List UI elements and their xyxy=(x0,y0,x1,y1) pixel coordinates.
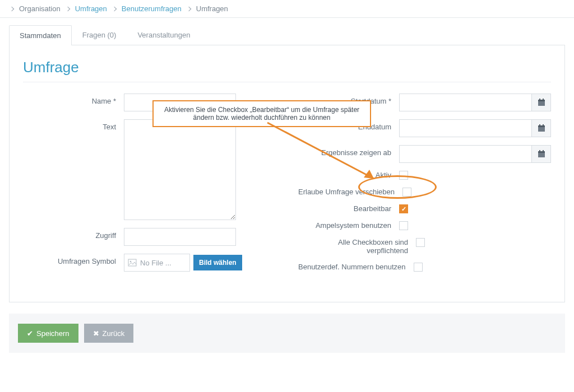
active-label: Aktiv xyxy=(298,171,399,179)
svg-rect-9 xyxy=(538,125,545,127)
breadcrumb-item-current: Umfragen xyxy=(196,4,228,13)
calendar-button[interactable] xyxy=(532,94,551,111)
tab-stammdaten[interactable]: Stammdaten xyxy=(9,25,72,45)
access-label: Zugriff xyxy=(23,228,124,240)
user-numbers-checkbox[interactable] xyxy=(414,263,423,272)
svg-rect-15 xyxy=(543,150,544,152)
user-numbers-label: Benutzerdef. Nummern benutzen xyxy=(298,263,414,271)
svg-rect-6 xyxy=(539,99,540,100)
breadcrumb-item[interactable]: Organisation xyxy=(19,4,61,13)
tab-fragen[interactable]: Fragen (0) xyxy=(72,25,127,45)
chevron-right-icon xyxy=(187,6,191,11)
divider xyxy=(23,82,551,82)
action-bar: ✔ Speichern ✖ Zurück xyxy=(9,314,565,353)
calendar-button[interactable] xyxy=(532,145,551,163)
all-required-label: Alle Checkboxen sind verpflichtend xyxy=(298,238,416,255)
editable-checkbox[interactable]: ✓ xyxy=(399,204,408,213)
page-title: Umfrage xyxy=(23,59,551,76)
file-display: No File ... xyxy=(124,254,190,272)
form-panel: Umfrage Aktivieren Sie die Checkbox „Bea… xyxy=(9,45,565,302)
symbol-label: Umfragen Symbol xyxy=(23,254,124,265)
calendar-button[interactable] xyxy=(532,119,551,137)
text-textarea[interactable] xyxy=(124,119,236,220)
startdate-input[interactable] xyxy=(399,94,532,111)
traffic-checkbox[interactable] xyxy=(399,221,408,230)
svg-rect-14 xyxy=(539,150,540,152)
tabs: Stammdaten Fragen (0) Veranstaltungen xyxy=(9,25,565,45)
movable-label: Erlaube Umfrage verschieben xyxy=(298,188,402,196)
choose-image-button[interactable]: Bild wählen xyxy=(193,255,242,270)
chevron-right-icon xyxy=(10,6,14,11)
file-placeholder: No File ... xyxy=(140,259,172,267)
svg-point-3 xyxy=(130,261,132,263)
active-checkbox[interactable] xyxy=(399,171,408,180)
breadcrumb-item[interactable]: Benutzerumfragen xyxy=(122,4,182,13)
back-button-label: Zurück xyxy=(103,329,125,338)
calendar-icon xyxy=(538,124,545,132)
close-icon: ✖ xyxy=(93,329,99,338)
calendar-icon xyxy=(538,150,545,158)
traffic-label: Ampelsystem benutzen xyxy=(298,221,399,230)
svg-rect-10 xyxy=(539,124,540,126)
editable-label: Bearbeitbar xyxy=(298,204,399,213)
save-button-label: Speichern xyxy=(36,329,70,338)
chevron-right-icon xyxy=(65,6,70,11)
annotation-callout: Aktivieren Sie die Checkbox „Bearbeitbar… xyxy=(152,100,371,127)
show-from-input[interactable] xyxy=(399,145,532,163)
name-label: Name * xyxy=(23,94,124,105)
show-from-label: Ergebnisse zeigen ab xyxy=(298,145,399,157)
check-icon: ✔ xyxy=(27,329,33,338)
save-button[interactable]: ✔ Speichern xyxy=(18,324,78,343)
movable-checkbox[interactable] xyxy=(402,188,411,197)
access-input[interactable] xyxy=(124,228,236,246)
all-required-checkbox[interactable] xyxy=(416,238,425,247)
back-button[interactable]: ✖ Zurück xyxy=(84,324,134,343)
svg-rect-5 xyxy=(538,100,545,101)
tab-veranstaltungen[interactable]: Veranstaltungen xyxy=(127,25,201,45)
calendar-icon xyxy=(538,99,545,106)
breadcrumb: Organisation Umfragen Benutzerumfragen U… xyxy=(0,0,574,18)
chevron-right-icon xyxy=(112,6,117,11)
svg-rect-13 xyxy=(538,151,545,153)
text-label: Text xyxy=(23,119,124,131)
image-icon xyxy=(128,258,137,267)
svg-rect-7 xyxy=(543,99,544,100)
svg-rect-11 xyxy=(543,124,544,126)
enddate-input[interactable] xyxy=(399,119,532,137)
breadcrumb-item[interactable]: Umfragen xyxy=(75,4,107,13)
